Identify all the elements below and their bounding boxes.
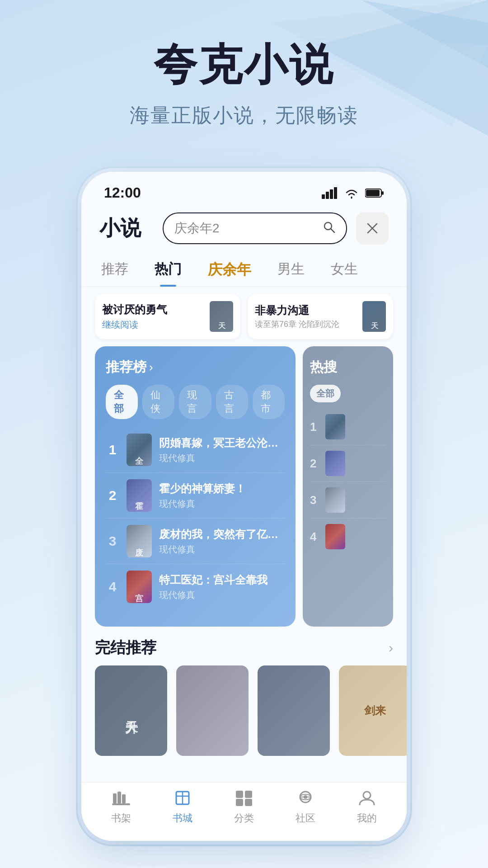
filter-xiandai[interactable]: 现言 xyxy=(179,385,211,419)
svg-rect-6 xyxy=(330,189,333,199)
nav-bookshelf-label: 书架 xyxy=(111,811,131,825)
book-genre-4: 现代修真 xyxy=(159,589,285,601)
category-icon xyxy=(235,790,253,809)
svg-rect-25 xyxy=(245,799,252,806)
svg-rect-16 xyxy=(117,792,121,803)
hot-panel: 热搜 全部 1 2 3 4 xyxy=(303,346,393,627)
close-button[interactable] xyxy=(356,212,389,245)
completed-book-4[interactable]: 剑来 xyxy=(339,665,407,756)
svg-rect-18 xyxy=(112,803,130,805)
continue-card-2[interactable]: 非暴力沟通 读至第76章 沦陷到沉沦 天 xyxy=(248,294,393,339)
hot-header: 热搜 xyxy=(310,358,386,377)
recommend-book-3[interactable]: 3 废 废材的我，突然有了亿万年 现代修真 xyxy=(106,519,285,564)
svg-rect-15 xyxy=(113,793,117,803)
search-icon[interactable] xyxy=(323,221,335,236)
tab-recommend[interactable]: 推荐 xyxy=(99,254,130,286)
filter-dushi[interactable]: 都市 xyxy=(253,385,285,419)
hot-book-2[interactable]: 2 xyxy=(310,445,386,482)
continue-action-1: 继续阅读 xyxy=(102,319,203,331)
nav-category-label: 分类 xyxy=(234,811,254,825)
nav-tabs: 推荐 热门 庆余年 男生 女生 xyxy=(81,254,407,287)
main-content-area: 推荐榜 › 全部 仙侠 现言 古言 都市 1 全 阴婚喜嫁，冥王老公沦陷了 现代… xyxy=(81,346,407,627)
svg-rect-23 xyxy=(245,791,252,798)
book-name-4: 特工医妃：宫斗全靠我 xyxy=(159,573,285,587)
book-cover-3: 废 xyxy=(127,525,152,557)
completed-cover-text-2 xyxy=(176,665,249,756)
tab-special[interactable]: 庆余年 xyxy=(206,254,253,286)
hot-title: 热搜 xyxy=(310,358,337,377)
hot-rank-3: 3 xyxy=(310,493,321,507)
continue-title-1: 被讨厌的勇气 xyxy=(102,302,203,317)
completed-arrow[interactable]: › xyxy=(389,640,393,656)
tab-hot[interactable]: 热门 xyxy=(153,254,183,286)
search-bar[interactable]: 庆余年2 xyxy=(163,212,347,244)
cover-text-2: 霍 xyxy=(127,479,152,512)
community-icon xyxy=(296,790,314,809)
book-info-3: 废材的我，突然有了亿万年 现代修真 xyxy=(159,527,285,556)
recommend-filter-tabs: 全部 仙侠 现言 古言 都市 xyxy=(106,385,285,419)
hot-book-3[interactable]: 3 xyxy=(310,482,386,519)
completed-cover-text-1: 天升 xyxy=(95,665,167,756)
book-info-4: 特工医妃：宫斗全靠我 现代修真 xyxy=(159,573,285,601)
completed-book-2[interactable] xyxy=(176,665,249,756)
continue-action-2: 读至第76章 沦陷到沉沦 xyxy=(255,319,356,330)
book-info-2: 霍少的神算娇妻！ 现代修真 xyxy=(159,481,285,510)
nav-profile[interactable]: 我的 xyxy=(357,790,377,825)
continue-card-1[interactable]: 被讨厌的勇气 继续阅读 天 xyxy=(95,294,240,339)
recommend-arrow[interactable]: › xyxy=(149,360,153,374)
profile-icon xyxy=(358,790,376,809)
status-time: 12:00 xyxy=(104,184,141,201)
battery-icon xyxy=(365,188,384,198)
hot-book-1[interactable]: 1 xyxy=(310,409,386,445)
completed-title: 完结推荐 xyxy=(95,637,156,658)
status-icons xyxy=(322,187,384,199)
hot-filter-all[interactable]: 全部 xyxy=(310,385,341,402)
hot-rank-4: 4 xyxy=(310,530,321,544)
nav-bookstore[interactable]: 书城 xyxy=(173,790,192,825)
book-cover-4: 宫 xyxy=(127,571,152,603)
book-genre-3: 现代修真 xyxy=(159,543,285,556)
svg-rect-22 xyxy=(236,791,243,798)
continue-cover-2: 天 xyxy=(362,301,386,332)
hot-filter-tabs: 全部 xyxy=(310,385,386,402)
app-title: 夸克小说 xyxy=(0,36,488,95)
recommend-book-1[interactable]: 1 全 阴婚喜嫁，冥王老公沦陷了 现代修真 xyxy=(106,427,285,473)
completed-cover-text-4: 剑来 xyxy=(339,665,407,756)
completed-header: 完结推荐 › xyxy=(95,637,393,658)
phone-frame: 12:00 小说 庆余年 xyxy=(81,172,407,841)
svg-rect-7 xyxy=(334,187,337,199)
recommend-panel: 推荐榜 › 全部 仙侠 现言 古言 都市 1 全 阴婚喜嫁，冥王老公沦陷了 现代… xyxy=(95,346,296,627)
svg-rect-5 xyxy=(326,192,329,199)
app-header-area: 夸克小说 海量正版小说，无限畅读 xyxy=(0,36,488,129)
top-bar: 小说 庆余年2 xyxy=(81,207,407,254)
completed-book-3[interactable] xyxy=(258,665,330,756)
filter-guyan[interactable]: 古言 xyxy=(216,385,248,419)
bottom-nav: 书架 书城 分类 xyxy=(81,782,407,841)
recommend-book-2[interactable]: 2 霍 霍少的神算娇妻！ 现代修真 xyxy=(106,473,285,519)
completed-book-1[interactable]: 天升 xyxy=(95,665,167,756)
nav-category[interactable]: 分类 xyxy=(234,790,254,825)
continue-reading-section: 被讨厌的勇气 继续阅读 天 非暴力沟通 读至第76章 沦陷到沉沦 天 xyxy=(81,287,407,346)
tab-female[interactable]: 女生 xyxy=(329,254,360,286)
svg-line-12 xyxy=(331,229,334,232)
hot-book-4[interactable]: 4 xyxy=(310,519,386,555)
nav-community[interactable]: 社区 xyxy=(296,790,315,825)
hot-cover-4 xyxy=(325,524,345,549)
cover-label-2: 天 xyxy=(362,301,386,332)
svg-rect-9 xyxy=(366,190,380,196)
tab-male[interactable]: 男生 xyxy=(276,254,306,286)
svg-rect-10 xyxy=(382,191,384,195)
nav-profile-label: 我的 xyxy=(357,811,377,825)
app-subtitle: 海量正版小说，无限畅读 xyxy=(0,102,488,129)
signal-icon xyxy=(322,187,338,199)
svg-rect-17 xyxy=(122,794,126,803)
rank-3: 3 xyxy=(106,533,119,549)
book-genre-2: 现代修真 xyxy=(159,498,285,510)
filter-xianxia[interactable]: 仙侠 xyxy=(142,385,174,419)
book-genre-1: 现代修真 xyxy=(159,452,285,464)
recommend-book-4[interactable]: 4 宫 特工医妃：宫斗全靠我 现代修真 xyxy=(106,564,285,609)
completed-books: 天升 剑来 xyxy=(95,665,393,756)
rank-1: 1 xyxy=(106,442,119,458)
nav-bookshelf[interactable]: 书架 xyxy=(111,790,131,825)
filter-all[interactable]: 全部 xyxy=(106,385,138,419)
